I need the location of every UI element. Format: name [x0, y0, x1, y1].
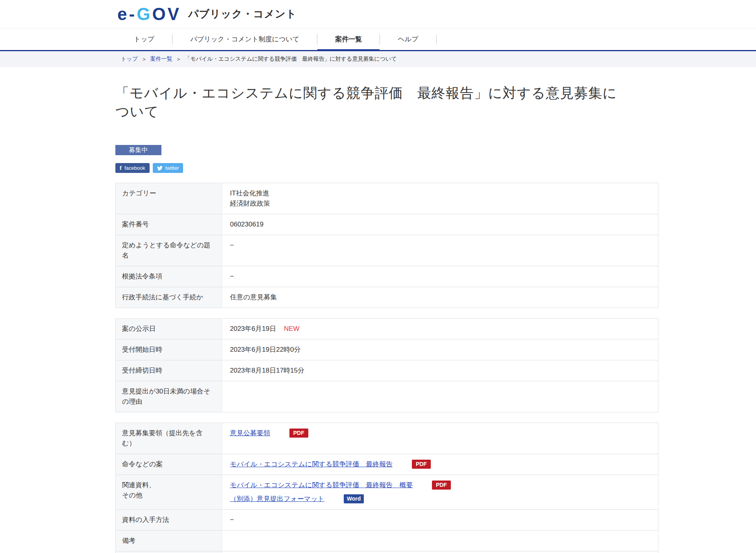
category-value: 経済財政政策 [230, 199, 650, 209]
facebook-share-button[interactable]: f facebook [115, 163, 150, 173]
doc-link-final-report[interactable]: モバイル・エコシステムに関する競争評価 最終報告 [230, 460, 393, 468]
nav-item-about-system[interactable]: パブリック・コメント制度について [172, 28, 317, 50]
row-value: − [222, 235, 658, 266]
row-value: 2023年6月19日22時0分 [222, 340, 658, 360]
basic-info-table: カテゴリー IT社会化推進 経済財政政策 案件番号 060230619 定めよう… [115, 183, 658, 308]
nav-item-case-list[interactable]: 案件一覧 [317, 28, 380, 50]
table-row-how-to-obtain: 資料の入手方法 − [116, 510, 658, 531]
page-title: 「モバイル・エコシステムに関する競争評価 最終報告」に対する意見募集について [115, 84, 619, 121]
table-row-deadline-datetime: 受付締切日時 2023年8月18日17時15分 [116, 360, 658, 381]
logo-dash: - [129, 4, 137, 24]
row-label: 受付開始日時 [116, 340, 222, 360]
site-header: e-GOV パブリック・コメント [0, 0, 756, 28]
main-nav: トップ パブリック・コメント制度について 案件一覧 ヘルプ [0, 28, 756, 51]
doc-link-submission-format[interactable]: （別添）意見提出フォーマット [230, 495, 324, 503]
row-value: IT社会化推進 経済財政政策 [222, 183, 658, 214]
breadcrumb-link-top[interactable]: トップ [121, 56, 138, 63]
pdf-badge: PDF [289, 429, 308, 438]
doc-link-report-summary[interactable]: モバイル・エコシステムに関する競争評価 最終報告 概要 [230, 481, 413, 489]
row-label: 備考 [116, 531, 222, 551]
breadcrumb-separator: > [177, 56, 180, 62]
row-value [222, 381, 658, 412]
breadcrumb-separator: > [143, 56, 146, 62]
category-value: IT社会化推進 [230, 188, 650, 199]
row-label: 関連資料、 その他 [116, 475, 222, 510]
row-label-line: その他 [122, 490, 215, 501]
breadcrumb: トップ > 案件一覧 > 「モバイル・エコシステムに関する競争評価 最終報告」に… [0, 51, 756, 67]
nav-item-top[interactable]: トップ [116, 28, 172, 50]
row-label: 意見募集要領（提出先を含む） [116, 423, 222, 454]
doc-link-guidelines[interactable]: 意見公募要領 [230, 429, 270, 437]
facebook-label: facebook [124, 165, 145, 171]
egov-logo[interactable]: e-GOV [117, 6, 181, 23]
row-value: 2023年8月18日17時15分 [222, 360, 658, 381]
row-label: 受付締切日時 [116, 360, 222, 381]
breadcrumb-current: 「モバイル・エコシステムに関する競争評価 最終報告」に対する意見募集について [185, 56, 397, 63]
documents-table: 意見募集要領（提出先を含む） 意見公募要領 PDF 命令などの案 モバイル・エコ… [115, 423, 658, 553]
status-badge: 募集中 [115, 145, 161, 155]
table-row-under-30-days-reason: 意見提出が30日未満の場合その理由 [116, 381, 658, 412]
row-label: 意見提出が30日未満の場合その理由 [116, 381, 222, 412]
new-label: NEW [284, 325, 300, 332]
main-content: 「モバイル・エコシステムに関する競争評価 最終報告」に対する意見募集について 募… [115, 84, 658, 553]
row-value: 2023年6月19日 NEW [222, 319, 658, 340]
table-row-contact: 問合せ先 （所管省庁・部局名等） 内閣官房デジタル市場競争本部事務局 [116, 551, 658, 553]
share-buttons: f facebook twitter [115, 163, 658, 173]
row-label: 根拠法令条項 [116, 266, 222, 287]
table-row-legal-basis: 根拠法令条項 − [116, 266, 658, 287]
service-name: パブリック・コメント [188, 7, 296, 21]
row-label: 行政手続法に基づく手続か [116, 287, 222, 308]
publication-date: 2023年6月19日 [230, 325, 276, 332]
row-label: カテゴリー [116, 183, 222, 214]
word-badge: Word [344, 494, 364, 503]
table-row-related-materials: 関連資料、 その他 モバイル・エコシステムに関する競争評価 最終報告 概要 PD… [116, 475, 658, 510]
schedule-table: 案の公示日 2023年6月19日 NEW 受付開始日時 2023年6月19日22… [115, 318, 658, 412]
row-label: 案の公示日 [116, 319, 222, 340]
row-label: 資料の入手方法 [116, 510, 222, 531]
pdf-badge: PDF [412, 460, 431, 469]
table-row-remarks: 備考 [116, 531, 658, 551]
contact-value: 内閣官房デジタル市場競争本部事務局 [222, 551, 658, 553]
table-row-procedure-type: 行政手続法に基づく手続か 任意の意見募集 [116, 287, 658, 308]
row-value: − [222, 510, 658, 531]
row-label-line: 関連資料、 [122, 480, 215, 490]
table-row-publication-date: 案の公示日 2023年6月19日 NEW [116, 319, 658, 340]
row-value: 意見公募要領 PDF [222, 423, 658, 454]
document-line: （別添）意見提出フォーマット Word [230, 494, 650, 504]
nav-separator [436, 34, 437, 45]
twitter-icon [157, 165, 163, 171]
document-line: 意見公募要領 PDF [230, 428, 650, 438]
table-row-draft-ordinance: 命令などの案 モバイル・エコシステムに関する競争評価 最終報告 PDF [116, 454, 658, 475]
table-row-ordinance-title: 定めようとする命令などの題名 − [116, 235, 658, 266]
table-row-solicitation-guidelines: 意見募集要領（提出先を含む） 意見公募要領 PDF [116, 423, 658, 454]
table-row-start-datetime: 受付開始日時 2023年6月19日22時0分 [116, 340, 658, 360]
row-label: 命令などの案 [116, 454, 222, 475]
logo-letter-g: G [137, 4, 152, 24]
logo-letters-ov: OV [152, 4, 181, 24]
facebook-icon: f [120, 165, 122, 171]
row-value: モバイル・エコシステムに関する競争評価 最終報告 概要 PDF （別添）意見提出… [222, 475, 658, 510]
nav-item-help[interactable]: ヘルプ [380, 28, 436, 50]
document-line: モバイル・エコシステムに関する競争評価 最終報告 概要 PDF [230, 480, 650, 490]
table-row-case-number: 案件番号 060230619 [116, 214, 658, 235]
pdf-badge: PDF [432, 481, 451, 490]
row-value [222, 531, 658, 551]
row-value: 任意の意見募集 [222, 287, 658, 308]
row-label: 問合せ先 （所管省庁・部局名等） [116, 551, 222, 553]
document-line: モバイル・エコシステムに関する競争評価 最終報告 PDF [230, 459, 650, 469]
twitter-label: twitter [165, 165, 179, 171]
row-value: − [222, 266, 658, 287]
table-row-category: カテゴリー IT社会化推進 経済財政政策 [116, 183, 658, 214]
row-value: モバイル・エコシステムに関する競争評価 最終報告 PDF [222, 454, 658, 475]
logo-letter-e: e [117, 4, 129, 24]
row-label: 案件番号 [116, 214, 222, 235]
row-value: 060230619 [222, 214, 658, 235]
row-label: 定めようとする命令などの題名 [116, 235, 222, 266]
twitter-share-button[interactable]: twitter [153, 163, 183, 173]
breadcrumb-link-case-list[interactable]: 案件一覧 [150, 56, 172, 63]
